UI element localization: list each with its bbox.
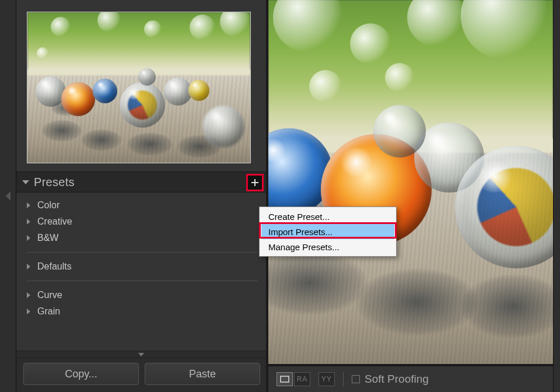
plus-icon [251, 178, 259, 187]
single-view-icon [280, 376, 289, 383]
navigator-thumbnail[interactable] [27, 12, 251, 163]
preset-group-label: B&W [37, 233, 58, 243]
left-sidebar: Presets Color Creative B&W Defaults Curv… [16, 0, 268, 392]
copy-button-label: Copy... [65, 368, 97, 380]
soft-proofing-toggle[interactable]: Soft Proofing [352, 373, 429, 386]
view-mode-group-1: RA [276, 372, 310, 386]
main-toolbar: RA YY Soft Proofing [268, 364, 553, 392]
chevron-left-icon [6, 191, 10, 201]
disclosure-down-icon [22, 180, 29, 184]
view-mode-ra-label: RA [297, 375, 308, 383]
svg-rect-2 [281, 376, 289, 382]
toolbar-separator [343, 372, 344, 387]
panel-resize-grip[interactable] [16, 351, 266, 358]
view-mode-yy-label: YY [321, 375, 332, 383]
right-edge [553, 0, 560, 392]
preset-group[interactable]: Grain [27, 303, 264, 320]
left-edge-collapse[interactable] [0, 0, 16, 392]
preset-group[interactable]: Color [27, 197, 264, 214]
menu-item-label: Create Preset... [268, 212, 330, 222]
soft-proofing-label: Soft Proofing [365, 373, 429, 386]
preset-group[interactable]: B&W [27, 230, 264, 246]
navigator-thumbnail-wrap [16, 0, 266, 172]
add-preset-button[interactable] [246, 174, 264, 191]
copy-paste-row: Copy... Paste [16, 358, 266, 392]
checkbox-icon [352, 375, 360, 383]
presets-list: Color Creative B&W Defaults Curve Grain [16, 192, 266, 351]
divider [27, 281, 258, 281]
preset-group[interactable]: Curve [27, 287, 264, 303]
menu-item-label: Manage Presets... [268, 242, 340, 252]
preset-group[interactable]: Defaults [27, 258, 264, 275]
paste-button-label: Paste [189, 368, 216, 380]
chevron-right-icon [27, 202, 30, 208]
menu-item-label: Import Presets... [268, 227, 332, 237]
menu-item-import-presets[interactable]: Import Presets... [261, 224, 394, 239]
chevron-right-icon [27, 309, 30, 314]
svg-rect-1 [251, 182, 258, 183]
chevron-right-icon [27, 292, 30, 298]
preset-context-menu: Create Preset... Import Presets... Manag… [259, 206, 397, 257]
presets-panel-title: Presets [34, 176, 75, 189]
view-mode-group-2: YY [318, 372, 335, 386]
paste-button[interactable]: Paste [145, 363, 260, 385]
menu-item-manage-presets[interactable]: Manage Presets... [261, 239, 394, 254]
preset-group-label: Creative [37, 216, 72, 227]
view-mode-yy-button[interactable]: YY [318, 372, 335, 386]
chevron-down-icon [138, 353, 144, 356]
divider [27, 252, 258, 253]
preset-group-label: Grain [37, 306, 60, 317]
preset-group-label: Curve [37, 290, 62, 300]
view-mode-ra-button[interactable]: RA [294, 372, 310, 386]
preset-group[interactable]: Creative [27, 214, 264, 230]
copy-button[interactable]: Copy... [23, 363, 139, 385]
presets-panel-header[interactable]: Presets [16, 172, 266, 192]
main-photo[interactable] [268, 0, 553, 364]
menu-item-create-preset[interactable]: Create Preset... [261, 209, 394, 224]
chevron-right-icon [27, 235, 30, 241]
chevron-right-icon [27, 264, 30, 270]
preset-group-label: Defaults [37, 261, 72, 272]
main-area: RA YY Soft Proofing [268, 0, 553, 392]
preset-group-label: Color [37, 200, 60, 211]
chevron-right-icon [27, 219, 30, 225]
view-mode-single-button[interactable] [276, 372, 293, 386]
